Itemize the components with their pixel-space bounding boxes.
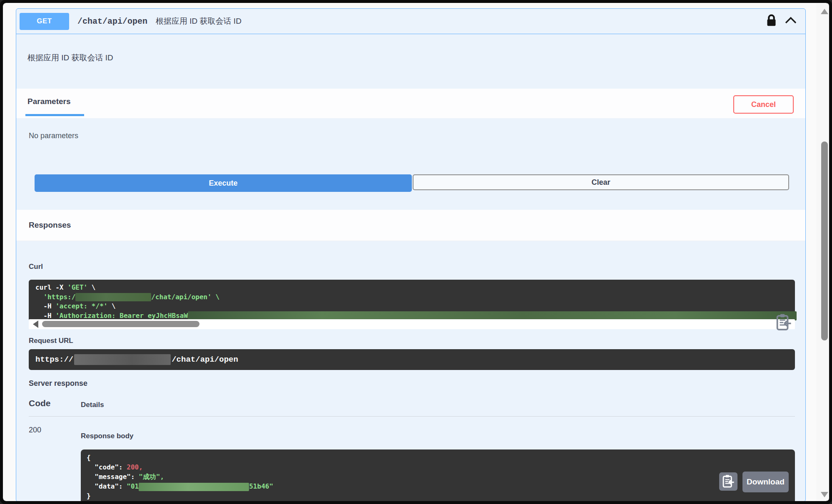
download-button[interactable]: Download bbox=[742, 472, 789, 492]
lock-icon[interactable] bbox=[766, 14, 777, 28]
response-body-block[interactable]: { "code": 200, "message": "成功", "data": … bbox=[81, 449, 795, 502]
execute-button[interactable]: Execute bbox=[35, 174, 412, 192]
json-code-line: "code": 200, bbox=[87, 463, 143, 471]
curl-accept-line: -H 'accept: */*' \ bbox=[35, 302, 116, 310]
copy-curl-button[interactable] bbox=[776, 313, 792, 333]
operation-description: 根据应用 ID 获取会话 ID bbox=[27, 52, 113, 63]
table-divider bbox=[29, 416, 795, 417]
http-method-badge: GET bbox=[20, 13, 69, 30]
scroll-up-arrow-icon[interactable] bbox=[821, 9, 828, 14]
operation-description-section: 根据应用 ID 获取会话 ID bbox=[16, 35, 805, 89]
request-url-block: https:// /chat/api/open bbox=[29, 349, 795, 370]
cancel-button[interactable]: Cancel bbox=[733, 95, 794, 114]
curl-code-block[interactable]: curl -X 'GET' \ 'https://chat/api/open' … bbox=[29, 280, 795, 324]
json-close-brace: } bbox=[87, 492, 91, 500]
no-parameters-text: No parameters bbox=[29, 132, 78, 140]
status-code: 200 bbox=[29, 426, 41, 434]
server-response-label: Server response bbox=[29, 379, 87, 388]
copy-response-button[interactable] bbox=[719, 472, 737, 491]
curl-label: Curl bbox=[29, 263, 43, 271]
request-url-label: Request URL bbox=[29, 337, 73, 345]
endpoint-path: /chat/api/open bbox=[77, 17, 147, 26]
json-open-brace: { bbox=[87, 454, 91, 462]
details-column-header: Details bbox=[81, 401, 104, 409]
endpoint-summary: 根据应用 ID 获取会话 ID bbox=[156, 16, 242, 27]
scroll-left-arrow-icon[interactable] bbox=[33, 320, 38, 328]
collapse-chevron-icon[interactable] bbox=[784, 16, 798, 27]
parameters-header-bar: Parameters Cancel bbox=[16, 89, 805, 118]
code-column-header: Code bbox=[29, 398, 51, 408]
execute-row: Execute Clear bbox=[35, 174, 789, 192]
clear-button[interactable]: Clear bbox=[413, 174, 789, 190]
curl-command: curl -X 'GET' \ bbox=[35, 283, 96, 291]
json-data-line: "data": "0151b46" bbox=[87, 482, 273, 490]
response-body-label: Response body bbox=[81, 432, 134, 440]
responses-header-bar: Responses bbox=[16, 210, 805, 241]
responses-title: Responses bbox=[29, 221, 71, 230]
api-operation-block: GET /chat/api/open 根据应用 ID 获取会话 ID bbox=[16, 8, 806, 502]
tab-parameters[interactable]: Parameters bbox=[25, 89, 84, 116]
curl-auth-line: -H 'Authorization: Bearer eyJhcHBsaW bbox=[35, 312, 797, 320]
redacted-host bbox=[75, 293, 151, 301]
vertical-scroll-thumb[interactable] bbox=[821, 142, 828, 340]
json-message-line: "message": "成功", bbox=[87, 473, 164, 481]
app-window: GET /chat/api/open 根据应用 ID 获取会话 ID bbox=[0, 0, 832, 504]
horizontal-scroll-thumb[interactable] bbox=[42, 321, 199, 327]
redacted-host bbox=[74, 354, 171, 365]
summary-icons bbox=[766, 14, 801, 28]
redacted-session-id bbox=[139, 483, 249, 491]
scroll-down-arrow-icon[interactable] bbox=[821, 492, 828, 497]
curl-horizontal-scrollbar[interactable] bbox=[29, 319, 795, 329]
request-url-prefix: https:// bbox=[35, 355, 73, 364]
request-url-suffix: /chat/api/open bbox=[172, 355, 238, 364]
operation-summary-bar[interactable]: GET /chat/api/open 根据应用 ID 获取会话 ID bbox=[16, 9, 805, 34]
curl-url-line: 'https://chat/api/open' \ bbox=[35, 293, 219, 301]
